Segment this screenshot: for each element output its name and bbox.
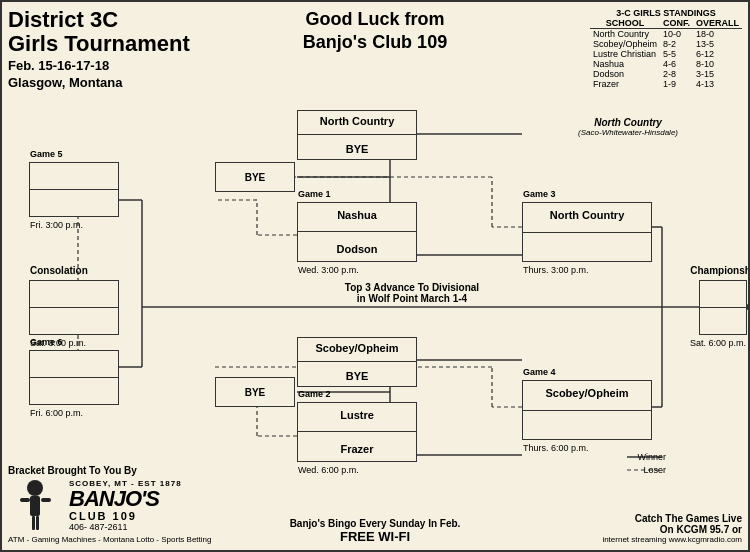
- banjo-logo-icon: [8, 478, 63, 533]
- box-divider: [298, 361, 416, 362]
- sponsor-atm: ATM - Gaming Machines - Montana Lotto - …: [8, 535, 268, 544]
- catch-games: Catch The Games Live: [602, 513, 742, 524]
- box-divider: [298, 134, 416, 135]
- bottom-right: Catch The Games Live On KCGM 95.7 or int…: [602, 513, 742, 544]
- box-divider: [30, 307, 118, 308]
- loser-label: Loser: [643, 465, 666, 475]
- col-overall: OVERALL: [693, 18, 742, 29]
- nc-bye-box: North Country BYE: [297, 110, 417, 160]
- svg-point-49: [27, 480, 43, 496]
- standings-row: Nashua4-68-10: [590, 59, 742, 69]
- sponsor-phone: 406- 487-2611: [69, 522, 182, 532]
- winner-label: Winner: [637, 452, 666, 462]
- standings-row: North Country10-018-0: [590, 29, 742, 40]
- bye-bottom-box: BYE: [215, 377, 295, 407]
- box-divider: [298, 431, 416, 432]
- bingo-text: Banjo's Bingo Every Sunday In Feb.: [290, 518, 461, 529]
- col-school: SCHOOL: [590, 18, 660, 29]
- box-divider: [30, 377, 118, 378]
- sponsor-area: Bracket Brought To You By SCOBEY, MT - E…: [8, 465, 268, 544]
- svg-rect-52: [41, 498, 51, 502]
- divisional-note: Top 3 Advance To Divisionalin Wolf Point…: [312, 282, 512, 304]
- standings-row: Lustre Christian5-56-12: [590, 49, 742, 59]
- standings-data: SCHOOL CONF. OVERALL North Country10-018…: [590, 18, 742, 89]
- game4-box: Game 4 Scobey/Opheim Thurs. 6:00 p.m.: [522, 380, 652, 440]
- box-divider: [298, 231, 416, 232]
- svg-rect-54: [36, 516, 39, 530]
- box-divider: [30, 189, 118, 190]
- sponsor-name: BANJO'S: [69, 488, 182, 510]
- good-luck-banner: Good Luck from Banjo's Club 109: [303, 8, 447, 55]
- box-divider: [523, 232, 651, 233]
- main-container: District 3C Girls Tournament Feb. 15-16-…: [2, 2, 748, 550]
- wifi-text: FREE WI-FI: [290, 529, 461, 544]
- game3-box: Game 3 North Country Thurs. 3:00 p.m.: [522, 202, 652, 262]
- game6-box: Game 6 Fri. 6:00 p.m.: [29, 350, 119, 405]
- tournament-dates: Feb. 15-16-17-18: [8, 58, 228, 73]
- radio-text: On KCGM 95.7 or: [602, 524, 742, 535]
- standings-row: Scobey/Opheim8-213-5: [590, 39, 742, 49]
- standings-row: Frazer1-94-13: [590, 79, 742, 89]
- game2-box: Game 2 Lustre Frazer Wed. 6:00 p.m.: [297, 402, 417, 462]
- title-area: District 3C Girls Tournament Feb. 15-16-…: [8, 8, 228, 90]
- bracket-text: Bracket Brought To You By: [8, 465, 268, 476]
- nc-winner-label: North Country (Saco-Whitewater-Hinsdale): [578, 117, 678, 137]
- bottom-center: Banjo's Bingo Every Sunday In Feb. FREE …: [290, 518, 461, 544]
- streaming-text: internet streaming www.kcgmradio.com: [602, 535, 742, 544]
- consolation-box: Consolation Sat. 3:00 p.m.: [29, 280, 119, 335]
- tournament-title: District 3C Girls Tournament: [8, 8, 228, 56]
- tournament-location: Glasgow, Montana: [8, 75, 228, 90]
- bye-top-box: BYE: [215, 162, 295, 192]
- championship-box: Championship Sat. 6:00 p.m.: [699, 280, 747, 335]
- box-divider: [523, 410, 651, 411]
- svg-rect-50: [30, 496, 40, 516]
- col-conf: CONF.: [660, 18, 693, 29]
- game5-box: Game 5 Fri. 3:00 p.m.: [29, 162, 119, 217]
- standings-table: 3-C GIRLS STANDINGS SCHOOL CONF. OVERALL…: [590, 8, 742, 89]
- game1-box: Game 1 Nashua Dodson Wed. 3:00 p.m.: [297, 202, 417, 262]
- box-divider: [700, 307, 746, 308]
- svg-rect-51: [20, 498, 30, 502]
- standings-row: Dodson2-83-15: [590, 69, 742, 79]
- sponsor-club: CLUB 109: [69, 510, 182, 522]
- scobey-bye-box: Scobey/Opheim BYE: [297, 337, 417, 387]
- svg-rect-53: [32, 516, 35, 530]
